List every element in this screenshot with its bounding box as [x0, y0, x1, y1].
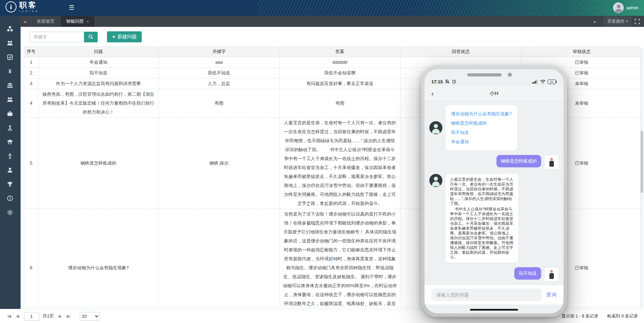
suggestion-bubble: 缓步动物为什么会有隐生现象?钢铁是怎样炼成的我不知道年会通知 — [446, 105, 517, 150]
sidebar-item-tasks[interactable] — [4, 54, 16, 61]
cell-answer: 有问题反应是好事，要走正常渠道 — [279, 78, 400, 89]
sidebar-item-organization[interactable] — [4, 82, 16, 89]
first-page-button[interactable]: |◀ — [8, 314, 10, 319]
cell-answer: dddddd — [279, 57, 400, 67]
cell-question: 纵然有风，有雨，汉哲管理论丛如约前行，第二期【混合所有制改革】今天定版定稿！任何… — [38, 89, 159, 117]
chat-title: 小H — [490, 90, 498, 97]
cell-keyword: 有雨 — [159, 89, 279, 117]
svg-text:¥: ¥ — [8, 69, 11, 74]
add-question-label: 新建问题 — [117, 34, 137, 40]
jobs-icon — [7, 111, 13, 117]
home-indicator[interactable] — [470, 309, 518, 311]
col-review-status: 审核状态 — [521, 47, 641, 57]
tab-close-icon[interactable]: × — [86, 19, 89, 24]
next-page-button[interactable]: ▶ — [59, 314, 61, 319]
sidebar-item-awards[interactable] — [4, 181, 16, 188]
sidebar-item-activities[interactable] — [4, 153, 16, 159]
records-range-label: 显示第 1 - 9 条记录 — [561, 313, 598, 319]
sidebar-item-info[interactable] — [4, 195, 16, 202]
tab-actions-button[interactable]: 页签操作 ▾ — [604, 17, 631, 26]
table-header-row: 序号 问题 关键字 答案 回答状态 审核状态 — [24, 47, 641, 57]
cell-answer: 我也不会知道啊 — [279, 67, 400, 78]
logo-subtext: IZHIKE — [19, 10, 40, 12]
tab-smart-qa[interactable]: 智能问答 × — [61, 16, 95, 27]
cell-keyword — [159, 209, 279, 307]
alarm-icon — [452, 79, 457, 84]
search-button[interactable] — [84, 32, 98, 42]
sidebar-item-finance[interactable]: ¥ — [4, 68, 16, 75]
cell-question: 缓步动物为什么会有隐生现象? — [38, 209, 159, 307]
suggestion-link[interactable]: 钢铁是怎样炼成的 — [451, 118, 512, 128]
prev-page-button[interactable]: ◀ — [16, 314, 18, 319]
bot-avatar — [429, 121, 442, 134]
cell-seq: 2 — [24, 67, 38, 78]
tabs-scroll-right-icon[interactable]: » — [589, 19, 600, 24]
mute-icon — [445, 79, 450, 84]
bot-message: 人最宝贵的是生命，生命对每一个人只有一次。者仅有的一次生命应当怎样度过，当回首往… — [429, 174, 559, 263]
add-question-button[interactable]: + 新建问题 — [107, 31, 142, 42]
sidebar-item-location[interactable] — [4, 124, 16, 131]
sidebar-item-settings[interactable] — [4, 209, 16, 216]
tabs-scroll-left-icon[interactable]: « — [20, 16, 31, 27]
back-icon[interactable]: ‹ — [431, 90, 433, 97]
organization-icon — [7, 82, 13, 88]
user-message: 我不知道 — [429, 267, 559, 282]
total-pages-label: 共1页 — [43, 313, 54, 319]
col-keyword: 关键字 — [159, 47, 279, 57]
suggestion-link[interactable]: 我不知道 — [451, 128, 512, 137]
logo-text: 职客 — [19, 1, 40, 9]
cell-seq: 5 — [24, 117, 38, 209]
status-time: 17:15 — [431, 79, 443, 84]
page-size-select[interactable]: 20 — [80, 312, 100, 321]
cell-keyword: 我也不知道 — [159, 67, 279, 78]
cell-question: 钢铁是怎样炼成的 — [38, 117, 159, 209]
sidebar-item-teams[interactable] — [4, 96, 16, 103]
header-user[interactable]: admin — [613, 2, 638, 13]
fullscreen-icon[interactable] — [635, 19, 640, 24]
records-total-label: 检索到 9 条记录 — [607, 313, 638, 319]
sidebar-item-jobs[interactable] — [4, 110, 16, 117]
phone-preview: 17:15 51 ‹ 小H 缓步动物为什么会有隐生现象?钢铁是怎样炼成的我不知道… — [421, 66, 567, 317]
members-icon — [7, 40, 13, 46]
modules-icon — [7, 26, 13, 32]
phone-status-bar: 17:15 51 — [425, 78, 564, 85]
suggestion-link[interactable]: 年会通知 — [451, 137, 512, 146]
last-page-button[interactable]: ▶| — [67, 314, 69, 319]
user-avatar — [544, 155, 559, 169]
header-decor — [258, 0, 644, 16]
page-number-input[interactable] — [24, 312, 39, 321]
sidebar-item-modules[interactable] — [4, 25, 16, 32]
sidebar-item-members[interactable] — [4, 40, 16, 46]
awards-icon — [7, 181, 13, 187]
sidebar-toggle-icon[interactable]: ☰ — [69, 4, 74, 11]
query-button[interactable]: 查询 — [546, 292, 557, 298]
tab-welcome[interactable]: 欢迎首页 — [31, 16, 61, 27]
cell-question: 年会通知 — [38, 57, 159, 67]
cell-seq: 6 — [24, 209, 38, 307]
avatar — [613, 2, 624, 13]
sidebar-item-training[interactable] — [4, 138, 16, 145]
bot-message: 缓步动物为什么会有隐生现象?钢铁是怎样炼成的我不知道年会通知 — [429, 105, 559, 150]
teams-icon — [7, 96, 13, 103]
user-message: 钢铁是怎样炼成的 — [429, 155, 559, 169]
scrollbar-thumb[interactable] — [641, 131, 643, 193]
finance-icon: ¥ — [7, 68, 13, 74]
col-question: 问题 — [38, 47, 159, 57]
cell-keyword: aaa — [159, 57, 279, 67]
col-seq: 序号 — [24, 47, 38, 57]
chat-area: 缓步动物为什么会有隐生现象?钢铁是怎样炼成的我不知道年会通知钢铁是怎样炼成的人最… — [425, 101, 564, 285]
training-icon — [7, 139, 13, 145]
profile-icon — [7, 167, 13, 173]
search-input[interactable] — [30, 32, 84, 42]
sidebar-nav: ¥ — [0, 16, 20, 323]
wifi-icon — [540, 80, 546, 84]
signal-icon — [532, 80, 538, 84]
battery-level: 51 — [548, 80, 556, 84]
sidebar-item-profile[interactable] — [4, 167, 16, 174]
cell-answer: 人最宝贵的是生命，生命对每一个人只有一次。者仅有的一次生命应当怎样度过，当回首往… — [279, 117, 400, 209]
vertical-scrollbar[interactable] — [641, 48, 643, 308]
cell-question: 作为一个人力资源总监我有问题和诉求需要 — [38, 78, 159, 89]
question-input[interactable] — [431, 289, 541, 301]
tab-actions-label: 页签操作 — [607, 19, 624, 24]
suggestion-link[interactable]: 缓步动物为什么会有隐生现象? — [451, 109, 512, 118]
